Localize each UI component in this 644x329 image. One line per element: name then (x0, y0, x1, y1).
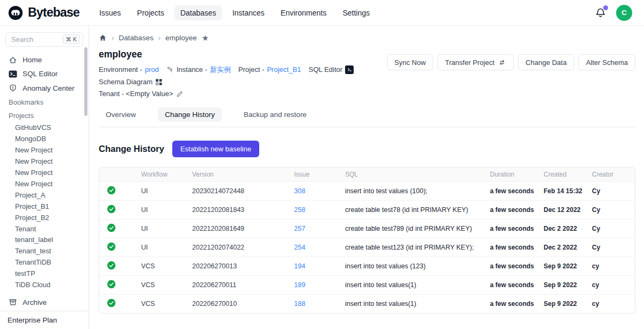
duration-cell: a few seconds (486, 276, 539, 295)
workflow-cell: UI (137, 220, 188, 238)
instance-link[interactable]: 新实例 (210, 64, 231, 75)
sidebar-project-item[interactable]: TiDB Cloud (0, 279, 89, 290)
breadcrumb-home-icon[interactable] (99, 34, 107, 42)
sidebar-project-item[interactable]: New Project (0, 156, 89, 167)
notification-dot (603, 5, 608, 10)
sidebar-project-item[interactable]: testTP (0, 268, 89, 279)
notification-bell-icon[interactable] (595, 7, 606, 19)
created-cell: Dec 12 2022 (539, 201, 588, 220)
created-cell: Dec 2 2022 (539, 220, 588, 238)
sidebar-item-archive[interactable]: Archive (0, 294, 89, 311)
transfer-arrows-icon (498, 59, 506, 67)
sidebar-item-sql-editor[interactable]: SQL Editor (0, 67, 89, 81)
nav-item[interactable]: Databases (174, 5, 222, 20)
meta-sql-editor[interactable]: SQL Editor (309, 64, 354, 75)
duration-cell: a few seconds (486, 295, 539, 313)
table-row[interactable]: VCS 202206270010 188 insert into test va… (99, 295, 635, 313)
duration-cell: a few seconds (486, 182, 539, 201)
col-issue: Issue (290, 167, 341, 182)
environment-link[interactable]: prod (145, 64, 159, 75)
sidebar-item-home[interactable]: Home (0, 53, 89, 67)
sidebar-item-label: Home (23, 56, 42, 64)
table-row[interactable]: VCS 202206270011 189 insert into test va… (99, 276, 635, 295)
bookmark-star-icon[interactable]: ★ (202, 34, 209, 42)
issue-link[interactable]: 194 (294, 262, 305, 270)
meta-environment: Environment - prod (99, 64, 159, 75)
schema-diagram-icon (155, 78, 163, 86)
success-check-icon (107, 261, 116, 270)
sidebar-project-item[interactable]: MongoDB (0, 133, 89, 144)
tab[interactable]: Change History (158, 107, 222, 122)
nav-item[interactable]: Settings (336, 5, 376, 20)
version-cell: 202206270011 (188, 276, 290, 295)
user-avatar[interactable]: C (616, 5, 632, 21)
issue-link[interactable]: 308 (294, 187, 305, 195)
instance-engine-icon (166, 66, 174, 74)
issue-link[interactable]: 188 (294, 300, 305, 308)
alter-schema-button[interactable]: Alter Schema (579, 54, 635, 70)
sidebar-project-item[interactable]: GitHubVCS (0, 122, 89, 133)
creator-cell: cy (588, 295, 635, 313)
shield-icon (9, 84, 17, 92)
sidebar-project-item[interactable]: Tenant_test (0, 245, 89, 257)
col-created: Created (539, 167, 588, 182)
database-meta: Environment - prod Instance - 新实例 (99, 64, 387, 99)
sidebar-project-item[interactable]: Project_A (0, 189, 89, 201)
sidebar-project-item[interactable]: Tenant (0, 223, 89, 235)
tab[interactable]: Backup and restore (237, 107, 313, 122)
sql-editor-badge-icon (345, 65, 354, 74)
establish-baseline-button[interactable]: Establish new baseline (172, 141, 259, 157)
sidebar-section-projects: Projects (0, 108, 89, 122)
creator-cell: Cy (588, 220, 635, 238)
bytebase-logo[interactable]: Bytebase (8, 5, 79, 21)
success-check-icon (107, 186, 116, 195)
search-input[interactable]: Search ⌘ K (5, 32, 83, 47)
sidebar-project-item[interactable]: New Project (0, 144, 89, 156)
table-row[interactable]: UI 20221202081843 258 create table test7… (99, 201, 635, 220)
sidebar-project-item[interactable]: New Project (0, 167, 89, 178)
action-buttons: Sync Now Transfer Project Change Data Al… (387, 54, 635, 70)
nav-item[interactable]: Instances (226, 5, 270, 20)
table-header-row: Workflow Version Issue SQL Duration Crea… (99, 167, 635, 182)
change-data-button[interactable]: Change Data (518, 54, 574, 70)
project-link[interactable]: Project_B1 (267, 64, 301, 75)
nav-item[interactable]: Projects (131, 5, 170, 20)
nav-item[interactable]: Issues (93, 5, 127, 20)
enterprise-plan-link[interactable]: Enterprise Plan (0, 311, 89, 329)
meta-schema-diagram[interactable]: Schema Diagram (99, 77, 163, 87)
issue-link[interactable]: 189 (294, 281, 305, 289)
breadcrumb-employee[interactable]: employee (165, 34, 197, 42)
sql-cell: create table test789 (id int PRIMARY KEY… (341, 220, 486, 238)
workflow-cell: VCS (137, 257, 188, 276)
meta-tenant: Tenant - <Empty Value> (99, 89, 184, 99)
table-row[interactable]: VCS 202206270013 194 insert into test va… (99, 257, 635, 276)
issue-link[interactable]: 254 (294, 244, 305, 251)
sidebar-project-item[interactable]: Project_B1 (0, 201, 89, 212)
breadcrumb-databases[interactable]: Databases (119, 34, 153, 42)
success-check-icon (107, 204, 116, 214)
table-row[interactable]: UI 20221202074022 254 create table test1… (99, 238, 635, 257)
table-row[interactable]: UI 20230214072448 308 insert into test v… (99, 182, 635, 201)
workflow-cell: VCS (137, 276, 188, 295)
tab[interactable]: Overview (99, 107, 143, 122)
table-row[interactable]: UI 20221202081649 257 create table test7… (99, 220, 635, 238)
sql-editor-icon (9, 70, 17, 78)
workflow-cell: UI (137, 182, 188, 201)
nav-item[interactable]: Environments (275, 5, 333, 20)
success-check-icon (107, 298, 116, 308)
issue-link[interactable]: 258 (294, 206, 305, 214)
sidebar-item-anomaly-center[interactable]: Anomaly Center (0, 81, 89, 95)
sidebar-project-item[interactable]: Project_B2 (0, 212, 89, 223)
created-cell: Sep 9 2022 (539, 276, 588, 295)
sidebar-scrollbar[interactable] (84, 47, 87, 116)
sync-now-button[interactable]: Sync Now (387, 54, 434, 70)
issue-link[interactable]: 257 (294, 225, 305, 232)
tenant-edit-pencil-icon[interactable] (176, 90, 184, 98)
change-history-section-head: Change History Establish new baseline (99, 141, 635, 157)
environment-label: Environment - (99, 64, 142, 75)
transfer-project-button[interactable]: Transfer Project (437, 54, 514, 70)
sidebar-project-item[interactable]: tenant_label (0, 234, 89, 245)
sidebar-project-item[interactable]: New Project (0, 178, 89, 189)
version-cell: 202206270013 (188, 257, 290, 276)
sidebar-project-item[interactable]: TenantTiDB (0, 257, 89, 268)
